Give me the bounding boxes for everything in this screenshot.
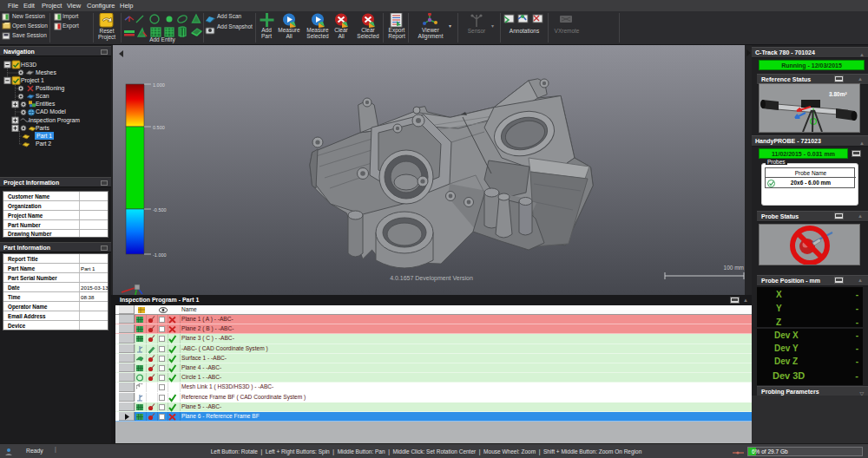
svg-text:4.0.1657 Development Version: 4.0.1657 Development Version [390,275,473,282]
svg-text:1.000: 1.000 [153,82,165,88]
svg-text:0.500: 0.500 [153,125,165,130]
svg-text:100 mm: 100 mm [724,265,744,271]
svg-text:-1.000: -1.000 [153,252,167,258]
svg-text:3.80m²: 3.80m² [829,91,847,97]
svg-text:-0.500: -0.500 [153,207,167,213]
